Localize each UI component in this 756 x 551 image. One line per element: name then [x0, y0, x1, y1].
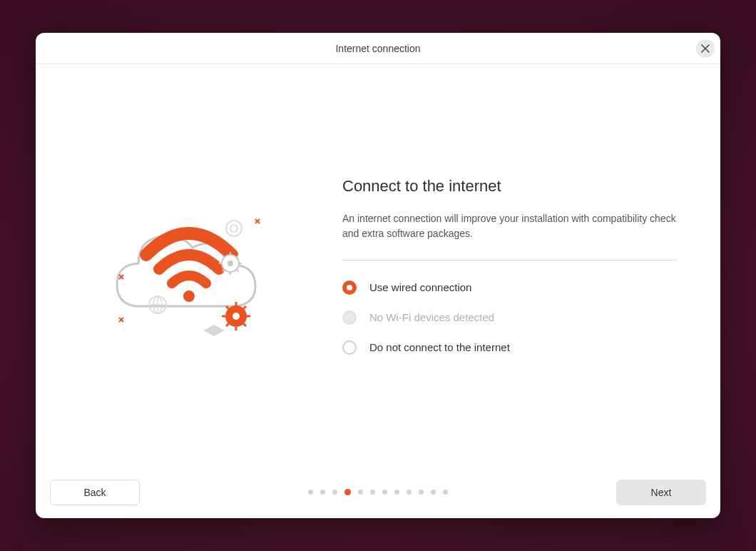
svg-line-20 [243, 306, 246, 309]
next-button[interactable]: Next [616, 480, 706, 505]
step-dot [370, 490, 375, 495]
svg-point-21 [226, 221, 242, 236]
radio-unselected-icon [342, 340, 357, 355]
svg-point-12 [233, 313, 240, 320]
svg-point-0 [183, 290, 195, 302]
page-subtext: An internet connection will improve your… [342, 211, 678, 241]
content-area: Connect to the internet An internet conn… [36, 64, 720, 467]
close-icon [701, 44, 710, 53]
option-label: No Wi-Fi devices detected [369, 311, 494, 323]
svg-line-18 [243, 323, 246, 326]
step-indicator [308, 490, 448, 495]
step-dot [382, 490, 387, 495]
wifi-cloud-illustration [36, 183, 342, 348]
radio-disabled-icon [342, 310, 357, 325]
close-button[interactable] [696, 39, 715, 58]
page-heading: Connect to the internet [342, 177, 678, 196]
form-panel: Connect to the internet An internet conn… [342, 177, 720, 355]
option-label: Do not connect to the internet [369, 341, 510, 353]
svg-line-19 [226, 323, 229, 326]
step-dot [394, 490, 399, 495]
step-dot-active [344, 489, 351, 495]
step-dot [332, 490, 337, 495]
radio-selected-icon [342, 280, 357, 295]
step-dot [431, 490, 436, 495]
option-wired[interactable]: Use wired connection [342, 280, 678, 295]
connection-options: Use wired connection No Wi-Fi devices de… [342, 280, 678, 355]
option-wifi: No Wi-Fi devices detected [342, 310, 678, 325]
installer-dialog: Internet connection Con [36, 33, 720, 518]
svg-point-22 [230, 225, 237, 232]
titlebar: Internet connection [36, 33, 720, 64]
step-dot [308, 490, 313, 495]
step-dot [443, 490, 448, 495]
divider [342, 260, 678, 261]
titlebar-title: Internet connection [335, 43, 420, 54]
svg-point-2 [228, 261, 233, 266]
option-no-connect[interactable]: Do not connect to the internet [342, 340, 678, 355]
step-dot [419, 490, 424, 495]
back-button[interactable]: Back [50, 480, 140, 505]
option-label: Use wired connection [369, 281, 471, 293]
step-dot [320, 490, 325, 495]
step-dot [358, 490, 363, 495]
step-dot [407, 490, 412, 495]
footer: Back Next [36, 467, 720, 518]
